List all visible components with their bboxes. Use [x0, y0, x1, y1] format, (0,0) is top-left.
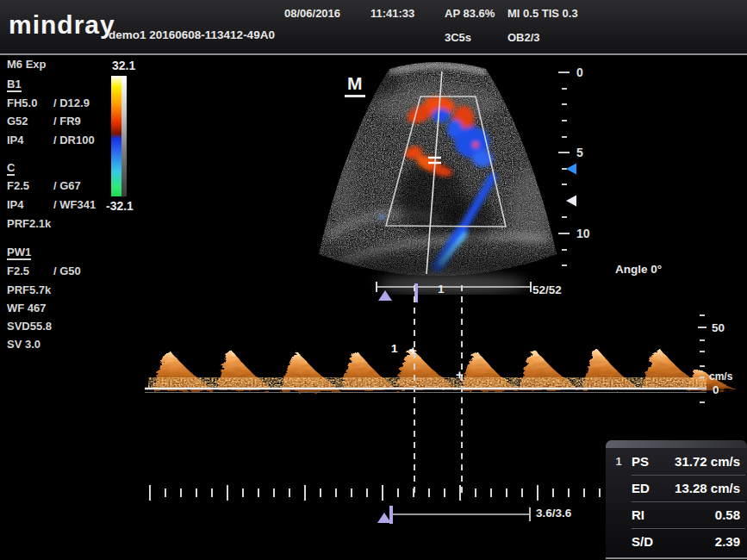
color-focus-arrow-icon[interactable] — [566, 164, 576, 175]
patient-id: demo1 20160608-113412-49A0 — [109, 29, 275, 41]
gray-gradient — [121, 76, 127, 196]
imaging-mode-label: M6 Exp — [7, 59, 47, 70]
pw-param-row: F2.5/ G50 — [7, 265, 29, 277]
acoustic-power: AP 83.6% — [445, 8, 495, 19]
b-param-row: FH5.0/ D12.9 — [7, 97, 37, 109]
measurement-results-panel: 1 PS 31.72 cm/s ED 13.28 cm/s RI 0.58 S/… — [606, 440, 747, 559]
pw-prf-label: PRF5.7k — [7, 284, 51, 296]
depth-ruler: 0 5 10 — [556, 53, 607, 277]
c-prf-label: PRF2.1k — [7, 218, 51, 229]
results-panel-cap — [606, 440, 747, 448]
spectral-doppler-trace — [138, 302, 747, 415]
b-mode-image[interactable] — [293, 53, 569, 295]
frame-counter: 52/52 — [532, 284, 562, 296]
sweep-time-label: 3.6/3.6 — [536, 507, 571, 520]
ed-caliper-cross[interactable]: + — [456, 367, 464, 382]
sweep-position-handle[interactable] — [389, 506, 393, 524]
mi-tis-values: MI 0.5 TIS 0.3 — [507, 8, 578, 19]
b-param-row: G52/ FR9 — [7, 115, 28, 127]
depth-tick-10: 10 — [576, 227, 590, 240]
ed-caliper-line[interactable] — [461, 285, 463, 498]
color-scale-bar — [111, 76, 127, 196]
exam-preset[interactable]: OB2/3 — [507, 32, 540, 43]
colorbar-max-label: 32.1 — [112, 59, 135, 72]
c-param-row: IP4/ WF341 — [7, 199, 24, 210]
colorbar-min-label: -32.1 — [106, 200, 134, 212]
velocity-scale-ticks — [698, 315, 707, 402]
probe-name[interactable]: 3C5s — [445, 32, 471, 43]
pw-wall-filter-label: WF 467 — [7, 302, 47, 314]
depth-tick-0: 0 — [576, 65, 583, 79]
caliper-number-label: 1 — [438, 283, 445, 296]
result-row-ed: ED 13.28 cm/s — [606, 475, 747, 501]
pw-svd-label: SVD55.8 — [7, 320, 52, 332]
doppler-angle-label: Angle 0° — [615, 264, 662, 276]
depth-tick-5: 5 — [576, 146, 583, 159]
velocity-scale-zero: 0 — [713, 384, 719, 396]
caliper-triangle-marker[interactable] — [378, 290, 392, 301]
mindray-logo: mindray — [9, 10, 115, 40]
spectral-caliper-number: 1 — [391, 343, 398, 355]
focus-arrow-icon[interactable] — [566, 196, 576, 207]
time: 11:41:33 — [370, 8, 414, 19]
pw-sv-label: SV 3.0 — [7, 339, 40, 350]
date: 08/06/2016 — [284, 8, 340, 19]
doppler-color-gradient — [111, 76, 121, 196]
pw-mode-section-label: PW1 — [7, 246, 31, 260]
header-bar: mindray demo1 20160608-113412-49A0 08/06… — [0, 0, 747, 53]
result-row-ri: RI 0.58 — [606, 501, 747, 528]
sweep-triangle-marker[interactable] — [377, 513, 391, 523]
b-param-row: IP4/ DR100 — [7, 134, 24, 146]
result-row-ps: 1 PS 31.72 cm/s — [606, 448, 747, 475]
color-mode-section-label: C — [7, 162, 15, 176]
velocity-scale-max: 50 — [712, 322, 725, 334]
ps-caliper-cross[interactable]: + — [409, 343, 417, 358]
result-row-sd: S/D 2.39 — [606, 528, 747, 555]
c-param-row: F2.5/ G67 — [7, 180, 29, 191]
m-mode-marker-label: M — [345, 73, 365, 97]
ultrasound-screen: mindray demo1 20160608-113412-49A0 08/06… — [0, 0, 747, 560]
b-mode-section-label: B1 — [7, 78, 22, 92]
result-index: 1 — [606, 455, 632, 468]
velocity-unit-label: cm/s — [709, 371, 732, 382]
ps-caliper-line[interactable] — [414, 285, 415, 498]
